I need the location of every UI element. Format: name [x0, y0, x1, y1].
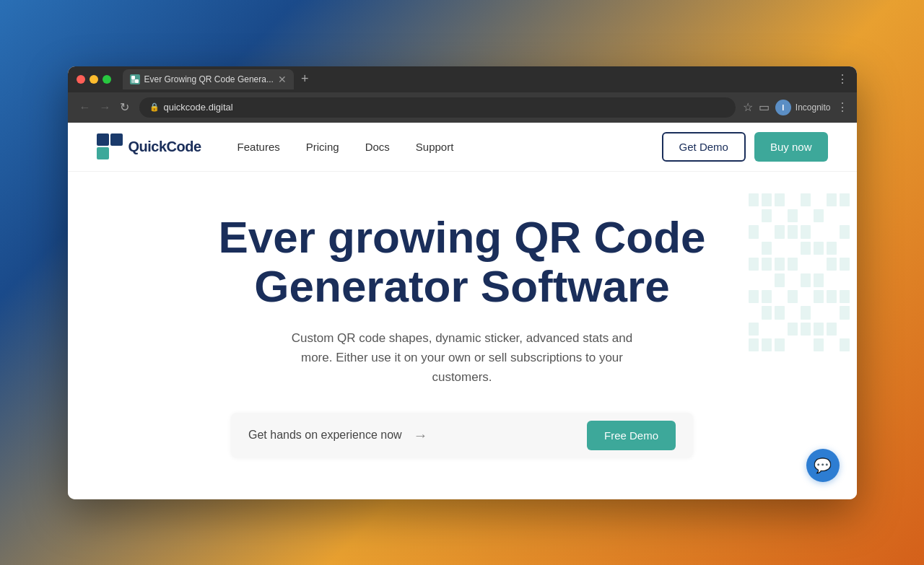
more-options-icon[interactable]: ⋮: [837, 100, 848, 114]
bookmark-icon[interactable]: ☆: [743, 100, 753, 114]
free-demo-button[interactable]: Free Demo: [587, 421, 676, 450]
traffic-lights: [77, 75, 111, 84]
arrow-icon: →: [414, 427, 428, 444]
website-content: QuickCode Features Pricing Docs Support …: [68, 123, 857, 499]
profile-chip[interactable]: I Incognito: [775, 100, 831, 115]
chat-bubble-button[interactable]: 💬: [806, 449, 840, 482]
title-bar-controls: ⋮: [837, 72, 848, 86]
title-bar: Ever Growing QR Code Genera... ✕ + ⋮: [68, 66, 857, 92]
logo-icon: [97, 133, 123, 159]
active-tab[interactable]: Ever Growing QR Code Genera... ✕: [123, 69, 294, 89]
svg-rect-2: [131, 79, 135, 83]
reload-button[interactable]: ↻: [117, 99, 132, 115]
site-nav: QuickCode Features Pricing Docs Support …: [68, 123, 857, 172]
tab-bar: Ever Growing QR Code Genera... ✕ +: [123, 69, 831, 89]
nav-link-support[interactable]: Support: [416, 141, 454, 153]
profile-name: Incognito: [796, 102, 831, 113]
maximize-button[interactable]: [103, 75, 111, 84]
nav-links: Features Pricing Docs Support: [237, 141, 662, 153]
url-text: quickcode.digital: [164, 102, 233, 113]
new-tab-button[interactable]: +: [297, 71, 313, 87]
hero-title: Ever growing QR Code Generator Software: [218, 213, 705, 311]
nav-link-features[interactable]: Features: [237, 141, 280, 153]
hero-subtitle: Custom QR code shapes, dynamic sticker, …: [274, 328, 650, 387]
get-demo-button[interactable]: Get Demo: [662, 132, 746, 162]
cta-bar: Get hands on experience now → Free Demo: [231, 413, 693, 457]
hero-section: Ever growing QR Code Generator Software …: [68, 172, 857, 499]
back-button[interactable]: ←: [77, 99, 94, 115]
address-bar: ← → ↻ 🔒 quickcode.digital ☆ ▭ I Incognit…: [68, 92, 857, 123]
lock-icon: 🔒: [149, 102, 160, 112]
tab-title: Ever Growing QR Code Genera...: [144, 74, 274, 84]
nav-link-docs[interactable]: Docs: [365, 141, 390, 153]
qr-decoration: [741, 186, 857, 359]
minimize-button[interactable]: [90, 75, 98, 84]
address-bar-actions: ☆ ▭ I Incognito ⋮: [743, 100, 848, 115]
nav-buttons-right: Get Demo Buy now: [662, 132, 828, 162]
browser-window: Ever Growing QR Code Genera... ✕ + ⋮ ← →…: [68, 66, 857, 499]
cta-text: Get hands on experience now →: [248, 427, 587, 444]
nav-link-pricing[interactable]: Pricing: [306, 141, 339, 153]
buy-now-button[interactable]: Buy now: [754, 132, 828, 162]
avatar: I: [775, 100, 791, 115]
address-input[interactable]: 🔒 quickcode.digital: [139, 97, 736, 118]
cta-label: Get hands on experience now: [248, 429, 402, 442]
split-view-icon[interactable]: ▭: [759, 100, 770, 114]
chat-icon: 💬: [814, 457, 832, 474]
forward-button[interactable]: →: [97, 99, 114, 115]
tab-favicon: [130, 74, 140, 84]
nav-buttons: ← → ↻: [77, 99, 132, 115]
svg-rect-1: [135, 79, 139, 83]
logo-link[interactable]: QuickCode: [97, 133, 201, 159]
close-button[interactable]: [77, 75, 85, 84]
logo-text: QuickCode: [128, 139, 201, 155]
svg-rect-0: [131, 76, 135, 79]
menu-icon[interactable]: ⋮: [837, 72, 848, 86]
tab-close-button[interactable]: ✕: [278, 74, 287, 85]
